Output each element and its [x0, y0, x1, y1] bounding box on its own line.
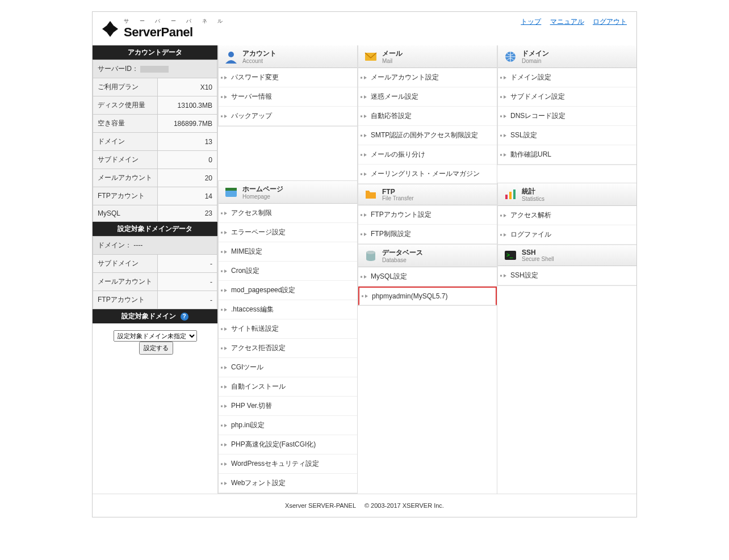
menu-item[interactable]: PHP高速化設定(FastCGI化): [219, 435, 357, 454]
svg-rect-13: [513, 190, 516, 199]
menu-item[interactable]: Cron設定: [219, 262, 357, 280]
card-subtitle: Database: [382, 257, 423, 263]
account-data-table: サーバーID： ご利用プランX10 ディスク使用量13100.3MB 空き容量1…: [93, 60, 217, 222]
card-ssh: >_ SSHSecure Shell SSH設定: [497, 245, 636, 286]
menu-item[interactable]: 動作確認URL: [498, 145, 636, 164]
menu-item[interactable]: FTPアカウント設定: [358, 205, 497, 224]
link-manual[interactable]: マニュアル: [550, 18, 584, 26]
menu-item[interactable]: SSH設定: [498, 266, 636, 285]
domain-data-table: ドメイン： ---- サブドメイン- メールアカウント- FTPアカウント-: [93, 236, 217, 309]
target-subdomain-value: -: [157, 255, 217, 273]
logo-area: サ ー バ ー パ ネ ル ServerPanel: [101, 18, 227, 40]
menu-item[interactable]: サイト転送設定: [219, 319, 357, 338]
card-header-ssh: >_ SSHSecure Shell: [498, 245, 636, 266]
disk-usage-value: 13100.3MB: [157, 96, 217, 115]
menu-item[interactable]: 迷惑メール設定: [358, 87, 497, 106]
free-space-label: 空き容量: [93, 115, 158, 133]
domain-select-area: 設定対象ドメイン未指定 設定する: [93, 323, 217, 361]
menu-item[interactable]: 自動応答設定: [358, 107, 497, 125]
card-ftp: FTPFile Transfer FTPアカウント設定 FTP制限設定: [358, 184, 497, 245]
menu-item[interactable]: SMTP認証の国外アクセス制限設定: [358, 126, 497, 145]
mail-icon: [364, 50, 378, 64]
terminal-icon: >_: [504, 249, 517, 262]
footer: Xserver SERVER-PANEL © 2003-2017 XSERVER…: [93, 494, 636, 517]
help-icon[interactable]: ?: [181, 313, 188, 321]
svg-point-9: [366, 251, 375, 254]
target-mail-label: メールアカウント: [93, 273, 158, 291]
domain-select[interactable]: 設定対象ドメイン未指定: [114, 330, 197, 342]
domain-count-value: 13: [157, 133, 217, 151]
link-top[interactable]: トップ: [521, 18, 541, 26]
menu-item[interactable]: CGIツール: [219, 358, 357, 377]
ftp-count-label: FTPアカウント: [93, 187, 158, 205]
menu-item[interactable]: php.ini設定: [219, 416, 357, 435]
set-button[interactable]: 設定する: [139, 342, 173, 355]
mail-count-label: メールアカウント: [93, 169, 158, 187]
card-stats: 統計Statistics アクセス解析 ログファイル: [497, 183, 636, 245]
menu-item[interactable]: SSL設定: [498, 126, 636, 145]
menu-item[interactable]: DNSレコード設定: [498, 107, 636, 125]
menu-item[interactable]: 自動インストール: [219, 377, 357, 396]
menu-item[interactable]: エラーページ設定: [219, 223, 357, 242]
menu-item[interactable]: バックアップ: [219, 107, 357, 125]
menu-item[interactable]: ドメイン設定: [498, 68, 636, 87]
subdomain-count-value: 0: [157, 151, 217, 169]
card-header-stats: 統計Statistics: [498, 183, 636, 206]
mysql-count-label: MySQL: [93, 205, 158, 222]
target-subdomain-label: サブドメイン: [93, 255, 158, 273]
menu-database: MySQL設定 phpmyadmin(MySQL5.7): [358, 267, 497, 305]
target-domain-value: ----: [133, 241, 143, 249]
database-icon: [364, 249, 378, 263]
menu-item[interactable]: MySQL設定: [358, 267, 497, 286]
mail-count-value: 20: [157, 169, 217, 187]
card-subtitle: Homepage: [242, 193, 283, 200]
ftp-count-value: 14: [157, 187, 217, 205]
menu-item[interactable]: メールアカウント設定: [358, 68, 497, 87]
card-header-mail: メールMail: [358, 45, 497, 68]
menu-item[interactable]: サーバー情報: [219, 87, 357, 106]
menu-item[interactable]: アクセス制限: [219, 204, 357, 222]
menu-item[interactable]: FTP制限設定: [358, 225, 497, 243]
menu-item[interactable]: Webフォント設定: [219, 474, 357, 492]
link-logout[interactable]: ログアウト: [593, 18, 627, 26]
svg-text:>_: >_: [506, 252, 513, 258]
menu-mail: メールアカウント設定 迷惑メール設定 自動応答設定 SMTP認証の国外アクセス制…: [358, 68, 497, 184]
card-title: FTP: [382, 188, 414, 196]
menu-item[interactable]: mod_pagespeed設定: [219, 281, 357, 300]
svg-point-4: [228, 52, 234, 57]
menu-item[interactable]: パスワード変更: [219, 68, 357, 87]
menu-item[interactable]: アクセス解析: [498, 206, 636, 225]
menu-item[interactable]: サブドメイン設定: [498, 87, 636, 106]
svg-rect-12: [509, 192, 512, 199]
menu-item[interactable]: PHP Ver.切替: [219, 397, 357, 415]
free-space-value: 186899.7MB: [157, 115, 217, 133]
plan-value: X10: [157, 78, 217, 96]
card-title: メール: [382, 49, 403, 58]
card-subtitle: Secure Shell: [522, 256, 554, 262]
footer-right: © 2003-2017 XSERVER Inc.: [364, 502, 444, 509]
sidebar: アカウントデータ サーバーID： ご利用プランX10 ディスク使用量13100.…: [93, 45, 217, 494]
card-title: ホームページ: [242, 184, 283, 194]
menu-item[interactable]: .htaccess編集: [219, 300, 357, 319]
menu-stats: アクセス解析 ログファイル: [498, 206, 636, 245]
svg-rect-11: [505, 195, 508, 199]
menu-item[interactable]: アクセス拒否設定: [219, 339, 357, 357]
domain-data-title: 設定対象ドメインデータ: [93, 222, 217, 236]
card-mail: メールMail メールアカウント設定 迷惑メール設定 自動応答設定 SMTP認証…: [358, 45, 497, 184]
menu-item[interactable]: ログファイル: [498, 225, 636, 244]
card-header-ftp: FTPFile Transfer: [358, 184, 497, 205]
target-mail-value: -: [157, 273, 217, 291]
card-subtitle: Mail: [382, 58, 403, 64]
menu-item[interactable]: メールの振り分け: [358, 145, 497, 164]
menu-ftp: FTPアカウント設定 FTP制限設定: [358, 205, 497, 244]
menu-item[interactable]: メーリングリスト・メールマガジン: [358, 165, 497, 183]
card-account: アカウントAccount パスワード変更 サーバー情報 バックアップ: [218, 45, 357, 127]
card-homepage: ホームページHomepage アクセス制限 エラーページ設定 MIME設定 Cr…: [218, 181, 357, 494]
menu-ssh: SSH設定: [498, 266, 636, 285]
menu-item-phpmyadmin[interactable]: phpmyadmin(MySQL5.7): [359, 288, 496, 305]
server-id-value: [140, 66, 169, 73]
menu-item[interactable]: MIME設定: [219, 242, 357, 261]
menu-item[interactable]: WordPressセキュリティ設定: [219, 454, 357, 473]
target-domain-label: ドメイン：: [98, 241, 132, 249]
menu-account: パスワード変更 サーバー情報 バックアップ: [219, 68, 357, 126]
